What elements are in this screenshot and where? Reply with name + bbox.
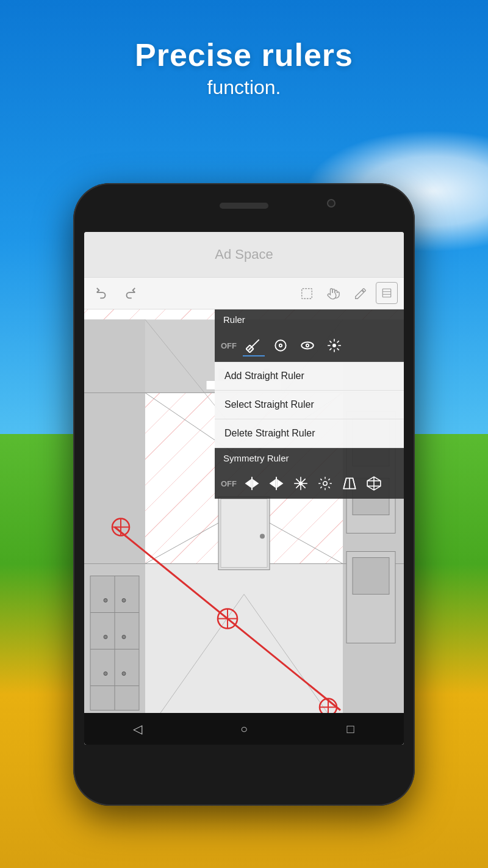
svg-rect-1 <box>382 289 391 297</box>
ad-text: Ad Space <box>215 247 273 262</box>
delete-straight-ruler-item[interactable]: Delete Straight Ruler <box>215 419 404 448</box>
svg-marker-65 <box>246 480 251 487</box>
phone-body: Ad Space <box>73 183 415 806</box>
svg-point-51 <box>275 340 285 350</box>
svg-point-55 <box>333 344 336 347</box>
header-title: Precise rulers <box>0 37 488 73</box>
svg-point-27 <box>104 672 107 676</box>
recent-button[interactable]: □ <box>332 717 369 741</box>
toolbar <box>84 278 404 309</box>
svg-point-52 <box>279 344 282 347</box>
symmetry-tools-row: OFF <box>215 468 404 499</box>
svg-line-60 <box>329 341 331 342</box>
svg-line-61 <box>337 349 339 350</box>
phone-camera <box>327 199 336 208</box>
sym-sunburst-tool[interactable] <box>315 473 336 494</box>
svg-point-25 <box>104 635 107 639</box>
symmetry-off-label: OFF <box>221 479 237 488</box>
svg-line-82 <box>328 479 329 480</box>
svg-rect-30 <box>221 499 267 568</box>
svg-line-83 <box>320 486 321 488</box>
layers-button[interactable] <box>376 282 398 304</box>
ruler-off-label: OFF <box>221 341 237 350</box>
redo-button[interactable] <box>118 282 142 305</box>
svg-point-24 <box>122 599 126 602</box>
phone: Ad Space <box>73 183 415 806</box>
svg-rect-0 <box>302 288 312 298</box>
undo-button[interactable] <box>90 282 113 305</box>
phone-screen: Ad Space <box>84 232 404 745</box>
sym-horizontal-tool[interactable] <box>266 473 287 494</box>
circle-ruler-tool[interactable] <box>270 335 292 356</box>
svg-rect-36 <box>353 558 389 595</box>
header: Precise rulers function. <box>0 37 488 99</box>
svg-point-54 <box>306 344 309 347</box>
add-straight-ruler-item[interactable]: Add Straight Ruler <box>215 362 404 391</box>
svg-line-81 <box>328 486 329 488</box>
sym-cube-tool[interactable] <box>364 473 384 494</box>
sym-perspective-tool[interactable] <box>339 473 360 494</box>
sym-vertical-tool[interactable] <box>242 473 262 494</box>
ellipse-ruler-tool[interactable] <box>296 335 318 356</box>
svg-line-80 <box>320 479 321 480</box>
svg-marker-68 <box>278 480 282 487</box>
symmetry-section-header: Symmetry Ruler <box>215 448 404 468</box>
svg-line-62 <box>337 341 339 342</box>
ruler-header-label: Ruler <box>223 314 245 325</box>
svg-point-23 <box>104 599 107 602</box>
canvas-area: Ruler OFF <box>84 309 404 745</box>
svg-line-86 <box>343 478 346 488</box>
svg-marker-66 <box>253 480 258 487</box>
ad-space: Ad Space <box>84 232 404 278</box>
ruler-section-header: Ruler <box>215 309 404 330</box>
pen-button[interactable] <box>349 282 372 305</box>
svg-line-87 <box>353 478 355 488</box>
svg-point-31 <box>260 534 265 539</box>
svg-point-53 <box>301 342 314 349</box>
svg-marker-69 <box>270 480 275 487</box>
hand-button[interactable] <box>322 282 345 305</box>
bottom-nav: ◁ ○ □ <box>84 713 404 745</box>
svg-point-28 <box>122 672 126 676</box>
ruler-menu: Ruler OFF <box>215 309 404 499</box>
svg-point-75 <box>323 482 328 486</box>
svg-point-74 <box>300 482 302 485</box>
home-button[interactable]: ○ <box>226 717 262 741</box>
phone-speaker <box>220 203 268 209</box>
radial-ruler-tool[interactable] <box>323 335 345 356</box>
sym-radial-tool[interactable] <box>290 473 311 494</box>
header-subtitle: function. <box>0 76 488 99</box>
symmetry-header-label: Symmetry Ruler <box>223 453 289 463</box>
ruler-tools-row: OFF <box>215 330 404 362</box>
select-button[interactable] <box>295 282 318 305</box>
svg-line-63 <box>329 349 331 350</box>
back-button[interactable]: ◁ <box>119 717 156 741</box>
svg-point-26 <box>122 635 126 639</box>
select-straight-ruler-item[interactable]: Select Straight Ruler <box>215 391 404 419</box>
straight-ruler-tool[interactable] <box>243 335 265 356</box>
